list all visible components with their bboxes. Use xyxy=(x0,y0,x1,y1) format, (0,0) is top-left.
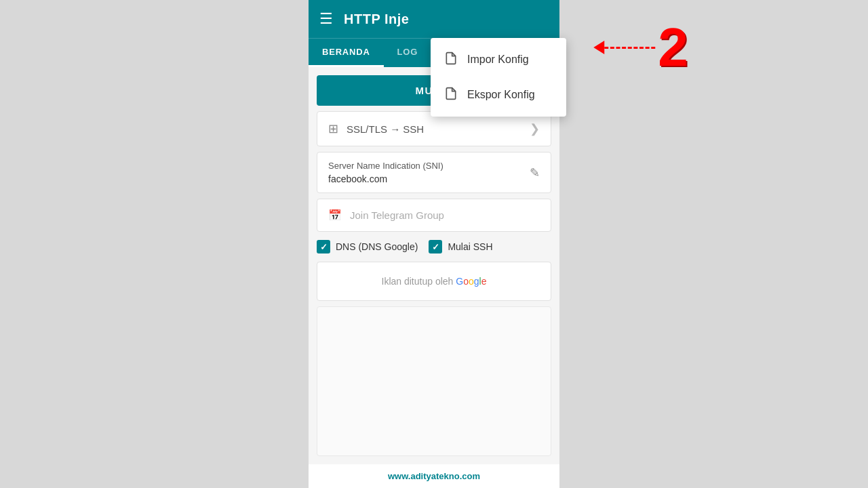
dns-checkbox[interactable]: ✓ xyxy=(317,240,330,253)
arrow-head xyxy=(593,41,604,54)
sni-row[interactable]: Server Name Indication (SNI) facebook.co… xyxy=(317,152,551,193)
chevron-right-icon: ❯ xyxy=(530,121,540,136)
google-brand: Google xyxy=(456,276,486,287)
phone-container: ☰ HTTP Inje BERANDA LOG MULAI ⊞ SSL/TLS … xyxy=(309,0,559,488)
app-title: HTTP Inje xyxy=(344,12,409,27)
arrow-group xyxy=(593,41,655,54)
sni-value: facebook.com xyxy=(328,174,443,184)
ad-text: Iklan ditutup oleh xyxy=(382,276,454,287)
dropdown-menu: Impor Konfig Ekspor Konfig xyxy=(431,38,566,117)
ssh-checkbox[interactable]: ✓ xyxy=(429,240,442,253)
ssh-label: Mulai SSH xyxy=(448,241,492,252)
export-icon xyxy=(444,87,458,103)
annotation-number: 2 xyxy=(658,20,688,75)
top-bar: ☰ HTTP Inje xyxy=(309,0,559,38)
annotation-container: 2 xyxy=(593,20,688,75)
import-konfig-item[interactable]: Impor Konfig xyxy=(431,42,566,77)
ssh-checkbox-item[interactable]: ✓ Mulai SSH xyxy=(429,240,492,253)
checkbox-row: ✓ DNS (DNS Google) ✓ Mulai SSH xyxy=(317,237,551,256)
checkmark-icon: ✓ xyxy=(320,242,328,252)
sni-label: Server Name Indication (SNI) xyxy=(328,161,443,171)
arrow-line xyxy=(604,47,655,49)
import-konfig-label: Impor Konfig xyxy=(467,54,529,66)
telegram-text: Join Telegram Group xyxy=(350,209,444,221)
checkmark-ssh-icon: ✓ xyxy=(432,242,439,252)
hamburger-icon[interactable]: ☰ xyxy=(319,10,333,28)
dns-checkbox-item[interactable]: ✓ DNS (DNS Google) xyxy=(317,240,418,253)
ad-area: Iklan ditutup oleh Google xyxy=(317,262,551,301)
telegram-row[interactable]: 📅 Join Telegram Group xyxy=(317,199,551,232)
edit-icon[interactable]: ✎ xyxy=(530,165,540,180)
ad-blank-area xyxy=(317,306,551,456)
export-konfig-label: Ekspor Konfig xyxy=(467,89,535,101)
export-konfig-item[interactable]: Ekspor Konfig xyxy=(431,77,566,113)
telegram-icon: 📅 xyxy=(328,209,342,222)
ssl-text: SSL/TLS → SSH xyxy=(347,123,530,135)
tab-beranda[interactable]: BERANDA xyxy=(309,39,384,67)
main-content: MULAI ⊞ SSL/TLS → SSH ❯ Server Name Indi… xyxy=(309,67,559,464)
import-icon xyxy=(444,52,458,68)
sni-content: Server Name Indication (SNI) facebook.co… xyxy=(328,161,443,184)
dns-label: DNS (DNS Google) xyxy=(336,241,418,252)
bottom-url: www.adityatekno.com xyxy=(309,464,559,488)
ssl-icon: ⊞ xyxy=(328,121,338,136)
tab-log[interactable]: LOG xyxy=(384,39,432,67)
